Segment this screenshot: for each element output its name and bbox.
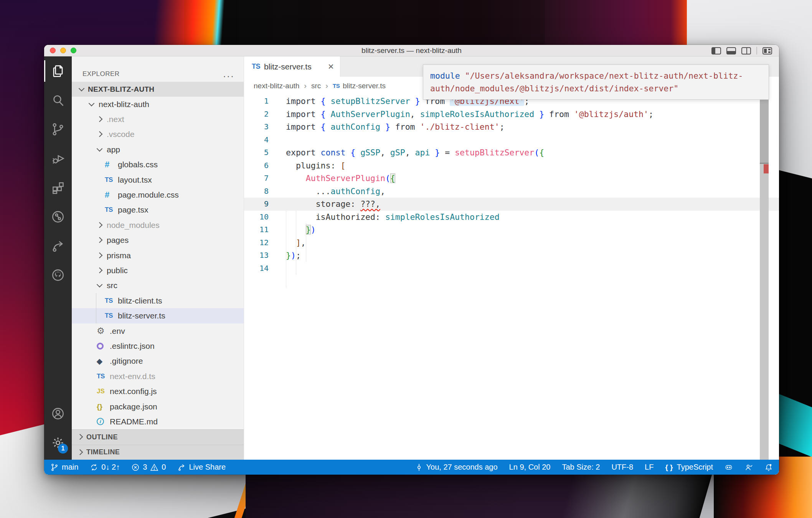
breadcrumb-item-blitz-server-ts[interactable]: TSblitz-server.ts: [333, 82, 386, 90]
tree-item-label: prisma: [107, 251, 131, 260]
tree-item--next[interactable]: .next: [72, 112, 244, 127]
titlebar[interactable]: blitz-server.ts — next-blitz-auth: [44, 45, 779, 56]
chevron-down-icon: [97, 147, 102, 152]
encoding[interactable]: UTF-8: [611, 463, 633, 472]
last-edit-status[interactable]: You, 27 seconds ago: [415, 463, 498, 472]
toggle-sidebar-icon[interactable]: [711, 47, 721, 54]
live-share-icon[interactable]: [44, 231, 72, 261]
scrollbar-slider[interactable]: [760, 95, 769, 163]
tree-item-label: blitz-client.ts: [118, 296, 162, 305]
code-line-3[interactable]: 3import { authConfig } from './blitz-cli…: [244, 120, 779, 134]
tree-item-package-json[interactable]: {}package.json: [72, 399, 244, 414]
workspace-section-header[interactable]: NEXT-BLITZ-AUTH: [72, 82, 244, 97]
branch-status[interactable]: main: [50, 463, 78, 472]
section-timeline[interactable]: TIMELINE: [72, 445, 244, 460]
breadcrumb-item-src[interactable]: src: [311, 82, 321, 90]
problems-status[interactable]: 30: [131, 463, 166, 472]
tree-item--gitignore[interactable]: ◆.gitignore: [72, 354, 244, 369]
tree-item-readme-md[interactable]: iREADME.md: [72, 414, 244, 429]
line-number: 11: [244, 223, 269, 236]
sync-status[interactable]: 0↓ 2↑: [90, 463, 120, 472]
tree-item-page-module-css[interactable]: #page.module.css: [72, 187, 244, 202]
section-label: TIMELINE: [86, 448, 120, 456]
editor-scrollbar[interactable]: [760, 95, 769, 460]
account-icon[interactable]: [44, 399, 72, 428]
source-control-icon[interactable]: [44, 115, 72, 144]
close-tab-icon[interactable]: ×: [328, 61, 334, 73]
cursor-position[interactable]: Ln 9, Col 20: [509, 463, 551, 472]
code-line-6[interactable]: 6 plugins: [: [244, 159, 779, 172]
tree-item-globals-css[interactable]: #globals.css: [72, 157, 244, 172]
code-line-8[interactable]: 8 ...authConfig,: [244, 185, 779, 198]
status-bar-left: main0↓ 2↑30Live Share: [50, 463, 226, 472]
code-line-10[interactable]: 10 isAuthorized: simpleRolesIsAuthorized: [244, 211, 779, 224]
ts-icon: TS: [333, 82, 340, 89]
code-line-12[interactable]: 12 ],: [244, 236, 779, 249]
chevron-right-icon: [97, 117, 102, 122]
settings-badge: 1: [58, 444, 68, 454]
copilot[interactable]: [725, 463, 733, 472]
extensions-icon[interactable]: [44, 173, 72, 202]
line-number: 10: [244, 211, 269, 224]
breadcrumb-item-next-blitz-auth[interactable]: next-blitz-auth: [254, 82, 299, 90]
braces-icon: { }: [665, 463, 673, 472]
github-icon[interactable]: [44, 261, 72, 290]
code-line-14[interactable]: 14: [244, 262, 779, 275]
tree-item-prisma[interactable]: prisma: [72, 248, 244, 263]
tree-item-blitz-server-ts[interactable]: TSblitz-server.ts: [72, 308, 244, 323]
tree-item--eslintrc-json[interactable]: .eslintrc.json: [72, 338, 244, 353]
toggle-secondary-sidebar-icon[interactable]: [741, 47, 751, 54]
chevron-right-icon: [97, 223, 102, 228]
feedback[interactable]: [744, 463, 753, 472]
gitlens-icon[interactable]: [44, 202, 72, 231]
tree-item-pages[interactable]: pages: [72, 233, 244, 248]
eol[interactable]: LF: [645, 463, 654, 472]
run-debug-icon[interactable]: [44, 144, 72, 173]
code-line-11[interactable]: 11 }): [244, 223, 779, 236]
tree-item-next-env-d-ts[interactable]: TSnext-env.d.ts: [72, 369, 244, 384]
tree-item-public[interactable]: public: [72, 263, 244, 278]
layout-controls: [711, 45, 772, 56]
code-line-7[interactable]: 7 AuthServerPlugin({: [244, 172, 779, 185]
code-editor[interactable]: 1import { setupBlitzServer } from '@blit…: [244, 95, 779, 460]
tab-blitz-server[interactable]: TS blitz-server.ts ×: [244, 56, 340, 77]
search-icon[interactable]: [44, 86, 72, 115]
tree-item-app[interactable]: app: [72, 142, 244, 157]
status-label: 0↓ 2↑: [101, 463, 120, 472]
workspace-name: NEXT-BLITZ-AUTH: [88, 85, 154, 94]
settings-gear-icon[interactable]: 1: [44, 428, 72, 457]
ts-icon: TS: [105, 297, 113, 305]
explorer-sidebar: EXPLORER ··· NEXT-BLITZ-AUTH next-blitz-…: [72, 56, 244, 460]
tree-item-next-blitz-auth[interactable]: next-blitz-auth: [72, 97, 244, 112]
tree-item-blitz-client-ts[interactable]: TSblitz-client.ts: [72, 293, 244, 308]
tree-item-label: src: [107, 281, 117, 290]
tree-item-next-config-js[interactable]: JSnext.config.js: [72, 384, 244, 399]
code-line-4[interactable]: 4: [244, 134, 779, 147]
language-mode[interactable]: { }TypeScript: [665, 463, 713, 472]
tree-item--env[interactable]: ⚙.env: [72, 323, 244, 338]
tree-item-node-modules[interactable]: node_modules: [72, 218, 244, 233]
tree-item-label: .gitignore: [110, 356, 143, 366]
views-more-actions-icon[interactable]: ···: [223, 74, 234, 78]
tree-item-src[interactable]: src: [72, 278, 244, 293]
status-label: Live Share: [189, 463, 226, 472]
notifications[interactable]: [764, 463, 773, 472]
line-number: 9: [244, 198, 269, 211]
tree-item-label: page.tsx: [118, 205, 148, 214]
status-bar-right: You, 27 seconds agoLn 9, Col 20Tab Size:…: [415, 463, 773, 472]
tab-size[interactable]: Tab Size: 2: [562, 463, 600, 472]
live-share-status[interactable]: Live Share: [177, 463, 226, 472]
section-outline[interactable]: OUTLINE: [72, 429, 244, 445]
customize-layout-icon[interactable]: [762, 47, 772, 54]
tree-item--vscode[interactable]: .vscode: [72, 127, 244, 142]
activity-bar-bottom: 1: [44, 399, 72, 457]
explorer-icon[interactable]: [44, 56, 72, 86]
tree-item-page-tsx[interactable]: TSpage.tsx: [72, 203, 244, 218]
tree-item-layout-tsx[interactable]: TSlayout.tsx: [72, 172, 244, 187]
toggle-panel-icon[interactable]: [726, 47, 736, 54]
error-icon: [131, 463, 140, 472]
code-line-9[interactable]: 9 storage: ???,: [244, 198, 779, 211]
code-line-13[interactable]: 13});: [244, 249, 779, 262]
code-line-2[interactable]: 2import { AuthServerPlugin, simpleRolesI…: [244, 108, 779, 121]
code-line-5[interactable]: 5export const { gSSP, gSP, api } = setup…: [244, 146, 779, 159]
